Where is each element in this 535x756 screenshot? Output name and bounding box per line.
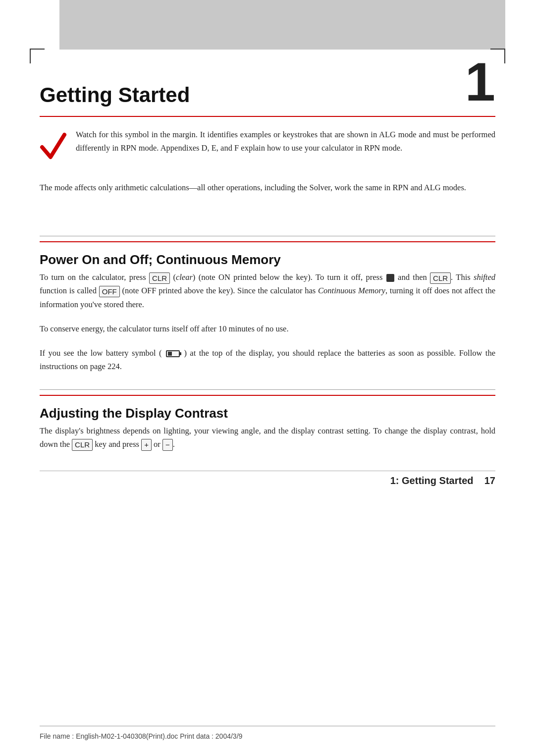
battery-symbol [166, 350, 180, 357]
section1-heading: Power On and Off; Continuous Memory [40, 252, 495, 268]
clr-key-2: CLR [430, 272, 451, 284]
note-text: Watch for this symbol in the margin. It … [76, 128, 495, 155]
chapter-title: Getting Started [40, 83, 495, 107]
square-key [386, 274, 394, 282]
page-footer: File name : English-M02-1-040308(Print).… [0, 726, 535, 741]
page: 1 Getting Started Watch for this symbol … [0, 0, 535, 756]
clr-key-3: CLR [72, 439, 93, 451]
body-paragraph-1: The mode affects only arithmetic calcula… [40, 181, 495, 194]
section-separator-gray-2 [40, 389, 495, 390]
clr-key-1: CLR [149, 272, 170, 284]
footer-text: File name : English-M02-1-040308(Print).… [40, 732, 242, 740]
header-section: 1 [0, 0, 535, 73]
section1-para-1: To turn on the calculator, press CLR (cl… [40, 270, 495, 311]
battery-icon [166, 350, 180, 357]
section-separator-red-2 [40, 395, 495, 396]
section-separator-red-1 [40, 241, 495, 242]
page-number: 17 [484, 475, 495, 486]
corner-mark-top-left [30, 49, 45, 63]
spacer-1 [40, 205, 495, 220]
section2-para-1: The display's brightness depends on ligh… [40, 424, 495, 451]
main-content: Getting Started Watch for this symbol in… [0, 83, 535, 521]
page-number-label: 1: Getting Started [390, 475, 474, 486]
section2-heading: Adjusting the Display Contrast [40, 406, 495, 421]
section1-para-3: If you see the low battery symbol ( ) at… [40, 346, 495, 373]
title-rule [40, 116, 495, 117]
minus-key: − [162, 439, 173, 451]
checkmark-icon [40, 130, 67, 167]
plus-key: + [141, 439, 152, 451]
footer-rule [40, 726, 495, 726]
page-number-rule [40, 471, 495, 471]
page-number-text: 1: Getting Started 17 [390, 475, 495, 486]
off-key: OFF [99, 286, 120, 298]
page-number-section: 1: Getting Started 17 [40, 471, 495, 491]
section1-para-2: To conserve energy, the calculator turns… [40, 322, 495, 335]
section-separator-gray-1 [40, 236, 495, 236]
note-box: Watch for this symbol in the margin. It … [40, 128, 495, 167]
gray-bar [59, 0, 505, 50]
chapter-number: 1 [465, 54, 495, 109]
